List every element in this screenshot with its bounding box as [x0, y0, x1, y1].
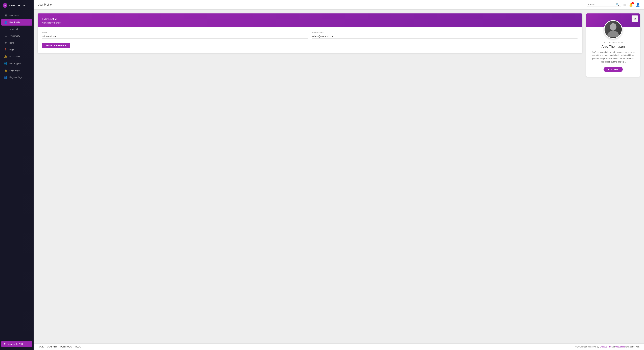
- main-content: User Profile 🔍 ⊞ 🔔 6 👤 Edit Profile Comp…: [34, 0, 644, 350]
- sidebar-item-maps[interactable]: 📍 Maps: [1, 46, 32, 53]
- edit-profile-title: Edit Profile: [42, 18, 578, 21]
- icons-icon: ★: [4, 41, 8, 44]
- footer: HOME COMPANY PORTFOLIO BLOG © 2019 made …: [34, 343, 644, 350]
- sidebar-item-icons[interactable]: ★ Icons: [1, 40, 32, 46]
- sidebar-item-label: Icons: [10, 42, 14, 44]
- footer-copyright: © 2019 made with love, by Creative Tim a…: [575, 346, 640, 348]
- svg-point-1: [608, 31, 619, 37]
- page-body: Edit Profile Complete your profile Name …: [34, 10, 644, 343]
- avatar-placeholder: [604, 21, 622, 38]
- sidebar-item-label: Typography: [10, 35, 20, 37]
- user-avatar-icon[interactable]: 👤: [636, 3, 640, 7]
- brand-icon: ✦: [3, 3, 8, 8]
- sidebar-item-label: RTL Support: [10, 62, 21, 65]
- sidebar-item-dashboard[interactable]: ⊞ Dashboard: [1, 12, 32, 19]
- email-label: Email address: [312, 32, 578, 34]
- udevoffice-link[interactable]: Udevoffice: [615, 346, 625, 348]
- footer-link-home[interactable]: HOME: [38, 346, 44, 348]
- notifications-icon: 🔔: [4, 55, 8, 58]
- profile-role: CEO / CO-FOUNDER: [603, 41, 624, 43]
- upgrade-icon: ⬆: [4, 342, 6, 346]
- sidebar-item-login-page[interactable]: 🔒 Login Page: [1, 67, 32, 74]
- user-profile-icon: 👤: [4, 21, 8, 24]
- name-field: Name: [42, 32, 308, 39]
- settings-icon: ⚙: [634, 17, 636, 21]
- follow-button[interactable]: FOLLOW: [604, 67, 623, 72]
- upgrade-label: Upgrade To PRO: [8, 343, 23, 345]
- sidebar-item-label: Login Page: [10, 69, 20, 72]
- footer-link-portfolio[interactable]: PORTFOLIO: [60, 346, 72, 348]
- name-label: Name: [42, 32, 308, 34]
- notifications-bell-icon[interactable]: 🔔 6: [629, 3, 633, 7]
- typography-icon: ☰: [4, 34, 8, 38]
- name-input[interactable]: [42, 35, 308, 39]
- rtl-icon: 🌐: [4, 62, 8, 65]
- sidebar-item-label: Table List: [10, 28, 18, 30]
- sidebar-item-label: Notifications: [10, 56, 20, 58]
- creative-tim-link[interactable]: Creative Tim: [600, 346, 611, 348]
- edit-profile-card: Edit Profile Complete your profile Name …: [38, 14, 582, 53]
- email-field: Email address: [312, 32, 578, 39]
- profile-info-card: ⚙ CEO / CO-FOUNDER Alec Thompson Don't b…: [586, 14, 640, 77]
- sidebar-item-notifications[interactable]: 🔔 Notifications: [1, 53, 32, 60]
- sidebar: ✦ CREATIVE TIM ⊞ Dashboard 👤 User Profil…: [0, 0, 34, 350]
- update-profile-button[interactable]: UPDATE PROFILE: [42, 43, 70, 48]
- page-title: User Profile: [38, 3, 52, 6]
- avatar: [604, 20, 622, 39]
- sidebar-item-label: Dashboard: [10, 14, 19, 17]
- notification-badge: 6: [632, 2, 634, 4]
- register-icon: 👥: [4, 76, 8, 79]
- sidebar-nav: ⊞ Dashboard 👤 User Profile 🗒 Table List …: [0, 11, 34, 338]
- edit-profile-subtitle: Complete your profile: [42, 22, 578, 24]
- edit-profile-card-body: Name Email address UPDATE PROFILE: [38, 27, 582, 53]
- sidebar-item-label: Register Page: [10, 76, 22, 79]
- email-input[interactable]: [312, 35, 578, 39]
- brand: ✦ CREATIVE TIM: [0, 0, 34, 11]
- sidebar-item-typography[interactable]: ☰ Typography: [1, 33, 32, 39]
- login-icon: 🔒: [4, 69, 8, 72]
- apps-icon[interactable]: ⊞: [623, 3, 626, 7]
- settings-button[interactable]: ⚙: [632, 16, 638, 22]
- sidebar-item-label: Maps: [10, 49, 14, 51]
- sidebar-item-label: User Profile: [10, 21, 20, 24]
- search-box: 🔍: [587, 3, 621, 7]
- maps-icon: 📍: [4, 48, 8, 51]
- svg-point-0: [610, 23, 616, 31]
- profile-bio: Don't be scared of the truth because we …: [586, 49, 640, 64]
- footer-link-blog[interactable]: BLOG: [76, 346, 81, 348]
- footer-link-company[interactable]: COMPANY: [47, 346, 57, 348]
- sidebar-item-user-profile[interactable]: 👤 User Profile: [1, 19, 32, 26]
- sidebar-item-table-list[interactable]: 🗒 Table List: [1, 26, 32, 32]
- form-row-name-email: Name Email address: [42, 32, 578, 39]
- edit-profile-card-header: Edit Profile Complete your profile: [38, 14, 582, 27]
- dashboard-icon: ⊞: [4, 14, 8, 17]
- header: User Profile 🔍 ⊞ 🔔 6 👤: [34, 0, 644, 10]
- brand-name: CREATIVE TIM: [9, 4, 25, 7]
- upgrade-button[interactable]: ⬆ Upgrade To PRO: [1, 341, 32, 347]
- sidebar-item-register-page[interactable]: 👥 Register Page: [1, 74, 32, 81]
- header-right: 🔍 ⊞ 🔔 6 👤: [587, 3, 640, 7]
- profile-name: Alec Thompson: [602, 45, 625, 49]
- table-list-icon: 🗒: [4, 28, 8, 31]
- search-input[interactable]: [588, 3, 615, 6]
- sidebar-item-rtl-support[interactable]: 🌐 RTL Support: [1, 60, 32, 67]
- search-icon[interactable]: 🔍: [616, 3, 619, 6]
- footer-links: HOME COMPANY PORTFOLIO BLOG: [38, 346, 81, 348]
